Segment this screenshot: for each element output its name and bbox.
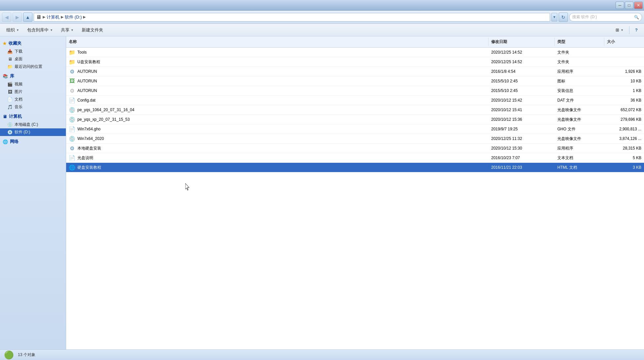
file-size-cell: 3,874,126 ... <box>604 135 644 142</box>
sidebar-library-header[interactable]: 📚 库 <box>0 72 66 80</box>
forward-button[interactable]: ▶ <box>13 13 22 22</box>
refresh-button[interactable]: ↻ <box>559 13 568 22</box>
col-name[interactable]: 名称 <box>66 38 489 46</box>
help-button[interactable]: ? <box>631 25 641 35</box>
file-type-cell: 安装信息 <box>555 87 604 95</box>
col-type[interactable]: 类型 <box>555 38 604 46</box>
file-type-cell: 图标 <box>555 77 604 85</box>
file-name-cell: ⚙本地硬盘安装 <box>66 144 489 153</box>
refresh-icon: ↻ <box>561 15 565 20</box>
statusbar-app-icon: 🟢 <box>4 350 14 360</box>
search-icon: 🔍 <box>634 15 639 20</box>
table-row[interactable]: 💿pe_yqs_1064_20_07_31_16_042020/10/12 15… <box>66 105 644 115</box>
include-button[interactable]: 包含到库中 ▼ <box>23 25 57 35</box>
file-icon: 📄 <box>69 97 75 104</box>
table-row[interactable]: 📄Config.dat2020/10/12 15:42DAT 文件36 KB <box>66 96 644 105</box>
table-row[interactable]: 🌐硬盘安装教程2016/11/21 22:03HTML 文档3 KB <box>66 163 644 172</box>
file-date-cell: 2020/10/12 15:30 <box>489 145 555 152</box>
sidebar-item-music[interactable]: 🎵 音乐 <box>0 103 66 111</box>
sidebar-item-download[interactable]: 📥 下载 <box>0 48 66 55</box>
desktop-icon: 🖥 <box>7 57 13 62</box>
file-icon: 🖼 <box>69 78 75 84</box>
breadcrumb-drive[interactable]: 软件 (D:) <box>65 14 82 20</box>
file-type-cell: 文件夹 <box>555 58 604 66</box>
breadcrumb-computer[interactable]: 计算机 <box>47 14 60 20</box>
table-row[interactable]: 📁U盘安装教程2020/12/25 14:52文件夹 <box>66 57 644 67</box>
sidebar-computer-header[interactable]: 🖥 计算机 <box>0 112 66 121</box>
sep1: ▶ <box>43 15 45 19</box>
search-bar[interactable]: 搜索 软件 (D:) 🔍 <box>569 13 642 22</box>
table-row[interactable]: 🖼AUTORUN2015/5/10 2:45图标10 KB <box>66 76 644 86</box>
file-type-cell: DAT 文件 <box>555 97 604 104</box>
file-name-label: Tools <box>77 50 87 55</box>
file-name-label: AUTORUN <box>77 88 97 93</box>
share-button[interactable]: 共享 ▼ <box>57 25 77 35</box>
organize-button[interactable]: 组织 ▼ <box>3 25 23 35</box>
file-type-cell: 光盘映像文件 <box>555 106 604 114</box>
sidebar-item-pictures[interactable]: 🖼 图片 <box>0 88 66 96</box>
file-icon: 🌐 <box>69 164 75 171</box>
filelist-header: 名称 修改日期 类型 大小 <box>66 36 644 48</box>
table-row[interactable]: 📄光盘说明2016/10/23 7:07文本文档5 KB <box>66 153 644 163</box>
table-row[interactable]: 💿Win7x64_20202020/12/25 11:32光盘映像文件3,874… <box>66 134 644 144</box>
sidebar-item-c-drive[interactable]: 💿 本地磁盘 (C:) <box>0 121 66 128</box>
file-type-cell: GHO 文件 <box>555 125 604 133</box>
table-row[interactable]: 📁Tools2020/12/25 14:52文件夹 <box>66 48 644 57</box>
address-dropdown[interactable]: ▼ <box>551 13 557 22</box>
star-icon: ★ <box>3 41 7 46</box>
sidebar-favorites-header[interactable]: ★ 收藏夹 <box>0 39 66 48</box>
sidebar-network-header[interactable]: 🌐 网络 <box>0 137 66 146</box>
new-folder-button[interactable]: 新建文件夹 <box>78 25 107 35</box>
file-name-label: pe_yqs_1064_20_07_31_16_04 <box>77 108 134 112</box>
views-button[interactable]: ⊞ ▼ <box>612 25 627 35</box>
up-button[interactable]: ▲ <box>23 13 32 22</box>
sidebar-item-video[interactable]: 🎬 视频 <box>0 80 66 88</box>
favorites-label: 收藏夹 <box>9 40 21 46</box>
close-button[interactable]: ✕ <box>634 2 643 9</box>
toolbar: 组织 ▼ 包含到库中 ▼ 共享 ▼ 新建文件夹 ⊞ ▼ ? <box>0 24 644 36</box>
table-row[interactable]: 📄Win7x64.gho2019/9/7 19:25GHO 文件2,900,81… <box>66 124 644 134</box>
include-label: 包含到库中 <box>27 27 49 33</box>
back-button[interactable]: ◀ <box>2 13 11 22</box>
library-folder-icon: 📚 <box>3 74 8 79</box>
titlebar: ─ □ ✕ <box>0 0 644 11</box>
share-arrow: ▼ <box>71 28 74 32</box>
sep2: ▶ <box>61 15 64 19</box>
sidebar-item-desktop[interactable]: 🖥 桌面 <box>0 55 66 63</box>
file-type-cell: 应用程序 <box>555 145 604 152</box>
file-name-cell: 📄Config.dat <box>66 96 489 105</box>
sidebar-item-recent[interactable]: 📁 最近访问的位置 <box>0 63 66 70</box>
file-name-cell: 🖼AUTORUN <box>66 77 489 85</box>
sidebar-item-download-label: 下载 <box>15 49 22 54</box>
maximize-button[interactable]: □ <box>625 2 633 9</box>
file-size-cell: 652,072 KB <box>604 107 644 113</box>
table-row[interactable]: ⚙AUTORUN2015/5/10 2:45安装信息1 KB <box>66 86 644 96</box>
minimize-button[interactable]: ─ <box>616 2 624 9</box>
file-name-cell: 💿pe_yqs_1064_20_07_31_16_04 <box>66 106 489 114</box>
filelist: 名称 修改日期 类型 大小 📁Tools2020/12/25 14:52文件夹📁… <box>66 36 644 349</box>
col-size[interactable]: 大小 <box>604 38 644 46</box>
file-icon: ⚙ <box>69 68 75 75</box>
col-date[interactable]: 修改日期 <box>489 38 555 46</box>
search-placeholder: 搜索 软件 (D:) <box>572 14 597 20</box>
table-row[interactable]: ⚙本地硬盘安装2020/10/12 15:30应用程序28,315 KB <box>66 144 644 153</box>
table-row[interactable]: 💿pe_yqs_xp_20_07_31_15_532020/10/12 15:3… <box>66 115 644 124</box>
file-date-cell: 2016/11/21 22:03 <box>489 164 555 171</box>
sidebar-item-documents[interactable]: 📄 文档 <box>0 96 66 103</box>
sidebar-item-d-drive[interactable]: 💿 软件 (D:) <box>0 128 66 136</box>
file-date-cell: 2020/12/25 14:52 <box>489 59 555 65</box>
sidebar-item-documents-label: 文档 <box>15 97 22 102</box>
file-date-cell: 2015/5/10 2:45 <box>489 87 555 94</box>
file-rows: 📁Tools2020/12/25 14:52文件夹📁U盘安装教程2020/12/… <box>66 48 644 172</box>
file-name-label: 硬盘安装教程 <box>77 165 101 170</box>
file-name-cell: 📁Tools <box>66 48 489 57</box>
file-name-cell: 🌐硬盘安装教程 <box>66 163 489 172</box>
file-size-cell: 3 KB <box>604 164 644 171</box>
file-name-label: AUTORUN <box>77 69 97 74</box>
file-size-cell: 1,926 KB <box>604 68 644 75</box>
file-icon: ⚙ <box>69 145 75 152</box>
file-type-cell: 光盘映像文件 <box>555 135 604 143</box>
file-date-cell: 2016/1/8 4:54 <box>489 68 555 75</box>
table-row[interactable]: ⚙AUTORUN2016/1/8 4:54应用程序1,926 KB <box>66 67 644 76</box>
sidebar-section-library: 📚 库 🎬 视频 🖼 图片 📄 文档 🎵 音乐 <box>0 72 66 111</box>
